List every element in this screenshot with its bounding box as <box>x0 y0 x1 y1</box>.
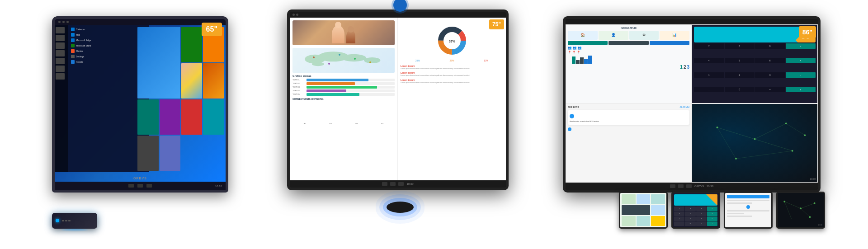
bar-fill-3 <box>307 86 377 89</box>
st2-btn-8[interactable]: 8 <box>685 207 695 211</box>
info-mini-bars <box>568 41 689 45</box>
monitor-left: Calendar Mail Microsoft Edge <box>52 16 228 193</box>
start-item-label-calendar: Calendar <box>76 28 85 31</box>
device-center: Grafico Barras TEXT 01 TEXT 02 <box>287 0 513 235</box>
stat-1: 1 <box>680 65 683 70</box>
calc-btn-dot[interactable]: . <box>694 87 724 92</box>
person-icon: 👤 <box>611 33 616 37</box>
st2-btn-s[interactable]: − <box>707 216 717 221</box>
map-time: 10:30 <box>810 178 816 180</box>
start-icon-1 <box>56 27 65 33</box>
calc-btn-7[interactable]: 7 <box>694 43 724 49</box>
lorem-block-2: Lorem ipsum Lorem ipsum dolor sit amet c… <box>401 71 503 77</box>
calc-btn-9[interactable]: 9 <box>755 43 785 49</box>
person-2 <box>346 30 355 43</box>
world-map <box>292 48 395 73</box>
person-1 <box>332 25 344 43</box>
col-label-2: FEB <box>329 123 332 125</box>
orbvs-content: Atualmente, se aula fica MOS activa <box>568 110 689 125</box>
bezel-top-right <box>566 19 818 24</box>
mini-bar-2 <box>609 41 648 45</box>
info-cell-4: 📊 <box>660 31 689 40</box>
col-label-4: AGO <box>381 123 384 125</box>
lorem-block-3: Lorem ipsum Lorem ipsum dolor sit amet c… <box>401 79 503 84</box>
st2-display <box>674 194 717 206</box>
st2-btn-6[interactable]: 6 <box>696 211 707 216</box>
st1-cell-1 <box>622 194 636 204</box>
calc-btn-2[interactable]: 2 <box>725 72 755 78</box>
right-nav-1 <box>670 184 675 188</box>
donut-label-1: 25% <box>415 59 420 62</box>
orbvs-logo-left: ORBVS <box>568 106 580 108</box>
svg-point-22 <box>804 134 806 136</box>
calc-btn-div[interactable]: ÷ <box>786 43 816 49</box>
calc-btn-eq[interactable]: = <box>755 87 785 92</box>
st2-btn-a[interactable]: + <box>707 221 717 226</box>
calc-btn-8[interactable]: 8 <box>725 43 755 49</box>
bar-label-3: TEXT 03 <box>292 86 305 88</box>
st4-map-svg <box>778 193 824 227</box>
mini-bar-1 <box>568 41 608 45</box>
st2-btn-2[interactable]: 2 <box>685 216 695 221</box>
st2-btn-dot[interactable]: . <box>674 221 684 226</box>
st2-btn-3[interactable]: 3 <box>696 216 707 221</box>
mbar-5 <box>584 59 588 64</box>
start-icon-3 <box>56 42 65 49</box>
calc-btn-mul[interactable]: × <box>786 58 816 63</box>
info-cell-1: 🏠 <box>568 31 598 40</box>
orbvs-logo-right: ALARMM <box>680 106 689 108</box>
donut-container: 37% <box>401 25 503 56</box>
calc-btn-3[interactable]: 3 <box>755 72 785 78</box>
bar-row-2: TEXT 02 <box>292 82 395 85</box>
st3-bar-header <box>727 195 769 198</box>
start-icon-5 <box>56 58 65 64</box>
bar-label-5: TEXT 05 <box>292 93 305 95</box>
calc-btn-4[interactable]: 4 <box>694 58 724 63</box>
start-item-label-mail: Mail <box>76 33 80 36</box>
start-item-label-photos: Photos <box>76 50 83 52</box>
mini-pc-ports <box>62 220 71 221</box>
calc-btn-1[interactable]: 1 <box>694 72 724 78</box>
c-dot-2 <box>296 14 298 16</box>
st2-btn-7[interactable]: 7 <box>674 207 684 211</box>
st2-btn-eq[interactable]: = <box>696 221 707 226</box>
st2-btn-4[interactable]: 4 <box>674 211 684 216</box>
calc-btn-6[interactable]: 6 <box>755 58 785 63</box>
st3-text-4 <box>727 213 744 214</box>
st2-btn-m[interactable]: × <box>707 211 717 216</box>
svg-line-15 <box>736 150 793 158</box>
small-tablet-2: 7 8 9 ÷ 4 5 6 × 1 2 3 − . <box>671 192 720 229</box>
calc-btn-5[interactable]: 5 <box>725 58 755 63</box>
st2-btn-d[interactable]: ÷ <box>707 207 717 211</box>
tile-5 <box>203 63 224 99</box>
st2-btn-0[interactable]: 0 <box>685 221 695 226</box>
st3-content <box>725 193 771 227</box>
chart-title: Grafico Barras <box>292 75 395 77</box>
start-item-people: People <box>71 60 147 64</box>
start-icon-2 <box>56 35 65 41</box>
calc-btn-add[interactable]: + <box>786 87 816 92</box>
map-dots <box>292 48 395 73</box>
col-group-1: JAN <box>292 123 317 125</box>
donut-chart-svg: 37% <box>436 25 468 56</box>
st4-screen: 10:30 <box>778 193 824 227</box>
st2-grid: 7 8 9 ÷ 4 5 6 × 1 2 3 − . <box>674 207 717 226</box>
st2-btn-5[interactable]: 5 <box>685 211 695 216</box>
st2-btn-1[interactable]: 1 <box>674 216 684 221</box>
calc-btn-sub[interactable]: − <box>786 72 816 78</box>
lorem-text-2: Lorem ipsum dolor sit amet consectetuer … <box>401 75 503 77</box>
lorem-text-1: Lorem ipsum dolor sit amet consectetuer … <box>401 68 503 70</box>
st3-text-2 <box>727 202 752 204</box>
st2-btn-9[interactable]: 9 <box>696 207 707 211</box>
bar-row-3: TEXT 03 <box>292 86 395 89</box>
bottom-bar-center: 10:30 <box>290 180 506 188</box>
bar-track-2 <box>307 82 395 85</box>
calc-btn-0[interactable]: 0 <box>725 87 755 92</box>
tile-2 <box>181 27 202 62</box>
start-item-photos: Photos <box>71 49 147 53</box>
house-icon: 🏠 <box>580 33 585 37</box>
bezel-top-center <box>290 12 506 18</box>
st1-cell-5 <box>651 205 665 215</box>
lorem-title-1: Lorem ipsum <box>401 65 503 67</box>
bar-row-4: TEXT 04 <box>292 89 395 92</box>
